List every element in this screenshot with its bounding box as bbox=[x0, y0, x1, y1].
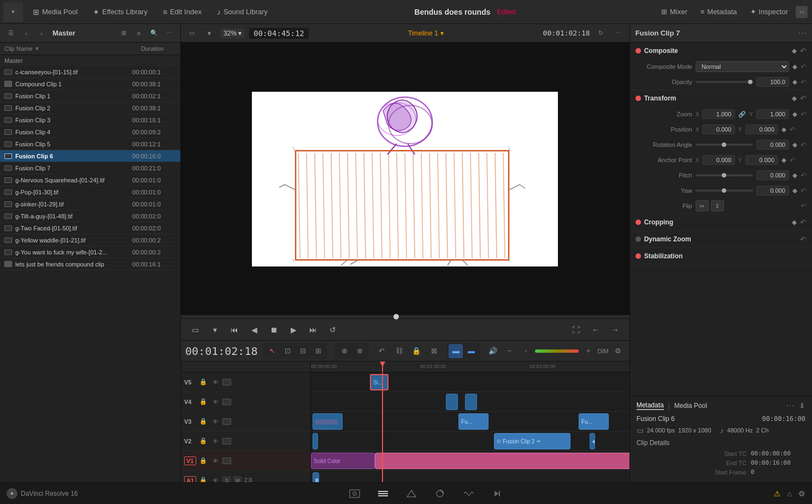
preview-timecode[interactable]: 00:04:45:12 bbox=[249, 28, 309, 39]
track-eye-v2[interactable]: 👁 bbox=[210, 436, 220, 446]
clip-block-v1-main[interactable]: ⌗ ◆ bbox=[375, 453, 629, 469]
razor-tool-btn[interactable]: ⊗ bbox=[352, 344, 367, 358]
search-btn[interactable]: 🔍 bbox=[148, 27, 161, 40]
yaw-diamond[interactable]: ◆ bbox=[792, 187, 797, 194]
inspector-dynamic-zoom-header[interactable]: Dynamic Zoom ↶ bbox=[630, 231, 812, 247]
panel-sidebar-toggle[interactable]: ☰ bbox=[4, 27, 17, 40]
workspace-color-btn[interactable] bbox=[432, 486, 448, 501]
inspector-composite-header[interactable]: Composite ◆ ↶ bbox=[630, 43, 812, 59]
track-lock-v1[interactable]: 🔒 bbox=[198, 456, 208, 466]
audio-btn[interactable]: 🔊 bbox=[486, 344, 500, 358]
inspector-button[interactable]: ✦ Inspector bbox=[745, 5, 793, 19]
list-item-selected[interactable]: Fusion Clip 6 00:00:16:0 bbox=[0, 150, 180, 162]
loop-btn[interactable]: ↺ bbox=[325, 322, 340, 337]
prev-clip-btn[interactable]: ⏮ bbox=[227, 322, 242, 337]
settings-icon[interactable]: ⚙ bbox=[798, 489, 805, 498]
tab-edit-index[interactable]: ≡ Edit Index bbox=[155, 4, 209, 20]
rotation-slider-thumb[interactable] bbox=[722, 143, 726, 147]
track-lock-v3[interactable]: 🔒 bbox=[198, 417, 208, 426]
cut-tool-btn[interactable]: ⊡ bbox=[280, 344, 295, 358]
workspace-fusion-btn[interactable] bbox=[404, 486, 419, 501]
clip-block-v3-2[interactable]: Fu... bbox=[458, 413, 489, 430]
yaw-slider-thumb[interactable] bbox=[722, 188, 726, 193]
pitch-diamond[interactable]: ◆ bbox=[792, 171, 797, 179]
clip-block-v2-1[interactable] bbox=[313, 433, 318, 449]
monitor-icon[interactable]: ▭ bbox=[796, 6, 808, 18]
preview-scrubber[interactable] bbox=[181, 315, 629, 318]
prev-frame-btn[interactable]: ◀ bbox=[246, 322, 262, 337]
clip-block-v2-3[interactable]: ◆ bbox=[590, 433, 595, 449]
workspace-fairlight-btn[interactable] bbox=[461, 486, 476, 501]
viewer-layout-btn[interactable]: ▭ bbox=[185, 27, 198, 40]
next-frame-btn[interactable]: ⏭ bbox=[305, 322, 321, 337]
home-icon[interactable]: ⌂ bbox=[787, 489, 792, 498]
clip-block-v1-solidcolor[interactable]: Solid Color bbox=[311, 453, 375, 469]
inspector-transform-header[interactable]: Transform ◆ ↶ bbox=[630, 90, 812, 106]
pitch-reset[interactable]: ↶ bbox=[801, 171, 807, 180]
opacity-slider[interactable] bbox=[696, 81, 753, 83]
tab-media-pool[interactable]: ⊞ Media Pool bbox=[25, 4, 85, 20]
list-item[interactable]: Fusion Clip 4 00:00:09:2 bbox=[0, 126, 180, 138]
metadata-more-btn[interactable]: ⋯ bbox=[786, 400, 795, 411]
link-btn[interactable]: ⛓ bbox=[392, 344, 406, 358]
composite-keyframe-diamond[interactable]: ◆ bbox=[792, 47, 797, 55]
list-item[interactable]: Fusion Clip 2 00:00:38:1 bbox=[0, 102, 180, 114]
list-item[interactable]: c-icanseeyou-[01-15].tif 00:00:00:1 bbox=[0, 66, 180, 78]
anchor-diamond[interactable]: ◆ bbox=[781, 156, 786, 164]
volume-bar[interactable] bbox=[535, 349, 579, 353]
track-eye-v1[interactable]: 👁 bbox=[210, 456, 220, 466]
composite-mode-select[interactable]: Normal bbox=[696, 61, 789, 72]
fullscreen-btn[interactable]: ⛶ bbox=[568, 322, 584, 337]
track-select-btn[interactable]: ▬ bbox=[449, 344, 463, 358]
undo-btn[interactable]: ↶ bbox=[374, 344, 389, 358]
track-solo-a1[interactable]: S bbox=[222, 476, 231, 483]
clip-block-v3-1[interactable]: ▓▓▓▓▓▓▓ bbox=[313, 413, 343, 430]
list-item[interactable]: Compound Clip 1 00:00:38:1 bbox=[0, 78, 180, 90]
list-item[interactable]: g-sinker-[01-29].tif 00:00:01:0 bbox=[0, 198, 180, 210]
mute-btn[interactable]: − bbox=[502, 344, 516, 358]
list-item[interactable]: g-You want to fuck my wife-[01-2... 00:0… bbox=[0, 246, 180, 258]
track-lock-a1[interactable]: 🔒 bbox=[198, 476, 208, 483]
metadata-tab-metadata[interactable]: Metadata bbox=[637, 401, 664, 410]
list-item[interactable]: g-Nervous Squarehead-[01-24].tif 00:00:0… bbox=[0, 174, 180, 186]
yaw-reset[interactable]: ↶ bbox=[801, 187, 807, 195]
composite-enabled-dot[interactable] bbox=[636, 48, 641, 54]
ripple-tool-btn[interactable]: ⊕ bbox=[337, 344, 351, 358]
list-item[interactable]: g-Yellow waddle-[01-21].tif 00:00:00:2 bbox=[0, 234, 180, 246]
track-eye-v4[interactable]: 👁 bbox=[210, 397, 220, 407]
inspector-cropping-header[interactable]: Cropping ◆ ↶ bbox=[630, 214, 812, 230]
list-item[interactable]: Fusion Clip 7 00:00:21:0 bbox=[0, 162, 180, 174]
track-lock-v2[interactable]: 🔒 bbox=[198, 436, 208, 446]
track-color-btn[interactable]: ▬ bbox=[464, 344, 478, 358]
list-item[interactable]: g-Pop-[01-30].tif 00:00:01:0 bbox=[0, 186, 180, 198]
opacity-diamond[interactable]: ◆ bbox=[792, 78, 797, 86]
dynamic-zoom-reset-btn[interactable]: ↶ bbox=[800, 235, 807, 244]
workspace-media-btn[interactable] bbox=[347, 486, 362, 501]
tab-sound-library[interactable]: ♪ Sound Library bbox=[209, 4, 275, 20]
refresh-viewer-btn[interactable]: ↻ bbox=[595, 27, 608, 40]
panel-back-btn[interactable]: ‹ bbox=[20, 27, 33, 40]
dynamic-trim-btn[interactable]: ⊞ bbox=[311, 344, 325, 358]
track-lock-v5[interactable]: 🔒 bbox=[198, 377, 208, 387]
zoom-reset[interactable]: ↶ bbox=[801, 110, 807, 118]
rotation-slider[interactable] bbox=[696, 144, 753, 146]
zoom-selector[interactable]: 32% ▾ bbox=[220, 28, 245, 38]
list-item[interactable]: Fusion Clip 5 00:00:12:1 bbox=[0, 138, 180, 150]
vol-down-btn[interactable]: ◦ bbox=[519, 344, 533, 358]
transform-reset-btn[interactable]: ↶ bbox=[800, 94, 807, 103]
track-eye-a1[interactable]: 👁 bbox=[210, 476, 220, 483]
opacity-value[interactable]: 100.0 bbox=[756, 77, 789, 87]
trim-tool-btn[interactable]: ⊟ bbox=[296, 344, 310, 358]
snap-btn[interactable]: ⊠ bbox=[427, 344, 441, 358]
workspace-deliver-btn[interactable] bbox=[489, 486, 504, 501]
pos-x-value[interactable]: 0.000 bbox=[702, 124, 735, 134]
anchor-x-value[interactable]: 0.000 bbox=[702, 155, 735, 165]
clip-block-v4-2[interactable] bbox=[465, 394, 477, 410]
flip-reset[interactable]: ↶ bbox=[801, 202, 807, 210]
grid-view-btn[interactable]: ⊞ bbox=[117, 27, 130, 40]
pos-y-value[interactable]: 0.000 bbox=[745, 124, 778, 134]
track-mute-a1[interactable]: M bbox=[233, 476, 242, 483]
lock-btn[interactable]: 🔒 bbox=[409, 344, 423, 358]
transform-enabled-dot[interactable] bbox=[636, 96, 641, 101]
next-edit-btn[interactable]: → bbox=[608, 322, 623, 337]
